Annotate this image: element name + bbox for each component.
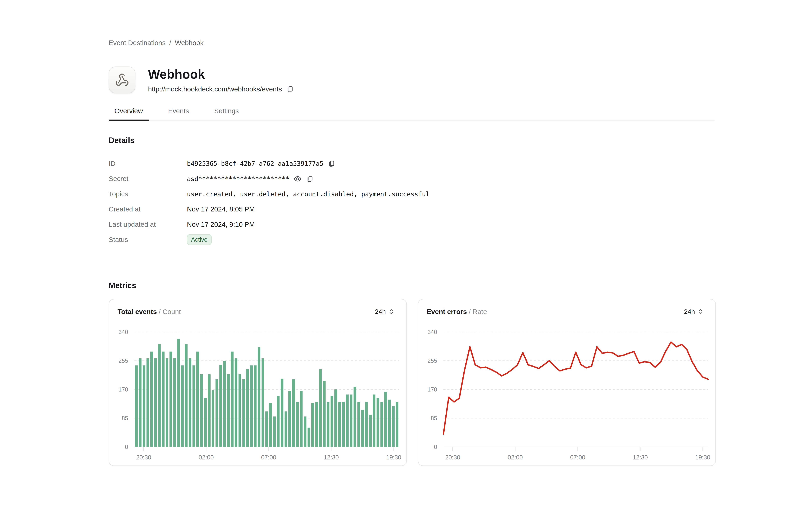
chart-title-metric: Count [163,308,181,316]
chart-title-separator: / [159,308,161,316]
svg-text:07:00: 07:00 [570,454,585,461]
topics-value: user.created, user.deleted, account.disa… [187,190,430,198]
time-range-select[interactable]: 24h [684,308,704,316]
details-section: Details ID b4925365-b8cf-42b7-a762-aa1a5… [109,136,715,247]
svg-text:19:30: 19:30 [386,454,401,461]
detail-label: ID [109,160,187,168]
svg-text:12:30: 12:30 [324,454,339,461]
created-at-value: Nov 17 2024, 8:05 PM [187,205,255,213]
last-updated-value: Nov 17 2024, 9:10 PM [187,221,255,228]
svg-text:85: 85 [431,415,437,421]
details-heading: Details [109,136,715,145]
detail-row-id: ID b4925365-b8cf-42b7-a762-aa1a539177a5 [109,156,715,171]
detail-label: Last updated at [109,221,187,228]
chart-title-main: Total events [117,308,157,316]
bar-chart-total-events: 08517025534020:3002:0007:0012:3019:30 [117,325,399,465]
svg-text:19:30: 19:30 [695,454,710,461]
page-title: Webhook [148,67,294,82]
id-value: b4925365-b8cf-42b7-a762-aa1a539177a5 [187,160,323,167]
tab-overview[interactable]: Overview [109,107,149,120]
reveal-secret-button[interactable] [294,175,302,183]
svg-text:170: 170 [428,386,437,393]
svg-text:255: 255 [118,358,128,364]
chart-title: Event errors / Rate [427,308,487,316]
chevron-up-down-icon [697,308,704,315]
detail-row-last-updated: Last updated at Nov 17 2024, 9:10 PM [109,217,715,232]
endpoint-url: http://mock.hookdeck.com/webhooks/events [148,85,282,93]
chart-title-separator: / [469,308,471,316]
breadcrumb-link-event-destinations[interactable]: Event Destinations [109,39,166,47]
line-chart-event-errors: 08517025534020:3002:0007:0012:3019:30 [426,325,708,465]
detail-label: Secret [109,175,187,183]
detail-label: Topics [109,190,187,198]
svg-text:85: 85 [121,415,128,421]
status-badge: Active [187,234,212,245]
webhook-icon-tile [109,66,135,93]
detail-row-status: Status Active [109,232,715,247]
svg-text:20:30: 20:30 [445,454,460,461]
detail-row-topics: Topics user.created, user.deleted, accou… [109,186,715,202]
detail-label: Status [109,236,187,244]
svg-text:02:00: 02:00 [508,454,523,461]
copy-url-button[interactable] [286,86,294,93]
copy-id-button[interactable] [327,160,335,167]
event-errors-chart-card: Event errors / Rate 24h 08517025534020:3… [418,299,716,466]
webhook-overview-page: Event Destinations / Webhook Webhook htt… [0,0,794,532]
total-events-chart-card: Total events / Count 24h 08517025534020:… [109,299,407,466]
time-range-select[interactable]: 24h [375,308,395,316]
detail-row-secret: Secret asd************************ [109,171,715,186]
breadcrumb-separator: / [169,39,171,47]
breadcrumb-current-webhook[interactable]: Webhook [175,39,204,47]
svg-text:07:00: 07:00 [261,454,276,461]
metrics-section: Metrics Total events / Count 24h [109,281,715,466]
metrics-heading: Metrics [109,281,715,290]
svg-text:340: 340 [428,329,437,335]
chart-title: Total events / Count [117,308,181,316]
svg-text:170: 170 [118,386,128,393]
copy-icon [286,86,294,93]
webhook-icon [115,73,129,87]
tab-events[interactable]: Events [162,107,195,120]
time-range-value: 24h [375,308,386,316]
eye-icon [294,175,302,183]
chart-title-main: Event errors [427,308,467,316]
page-header: Webhook http://mock.hookdeck.com/webhook… [109,66,715,93]
chevron-up-down-icon [388,308,395,315]
svg-text:12:30: 12:30 [633,454,648,461]
chart-title-metric: Rate [473,308,487,316]
svg-text:0: 0 [434,444,437,450]
detail-row-created-at: Created at Nov 17 2024, 8:05 PM [109,202,715,217]
secret-value: asd************************ [187,175,289,183]
tab-settings[interactable]: Settings [208,107,245,120]
svg-text:0: 0 [125,444,128,450]
svg-text:340: 340 [118,329,128,335]
time-range-value: 24h [684,308,695,316]
copy-icon [327,160,335,167]
svg-text:255: 255 [428,358,437,364]
tab-bar: Overview Events Settings [109,107,715,121]
copy-icon [306,175,313,183]
svg-text:20:30: 20:30 [136,454,151,461]
breadcrumb: Event Destinations / Webhook [109,0,715,47]
detail-label: Created at [109,205,187,213]
svg-text:02:00: 02:00 [198,454,213,461]
copy-secret-button[interactable] [306,175,313,183]
